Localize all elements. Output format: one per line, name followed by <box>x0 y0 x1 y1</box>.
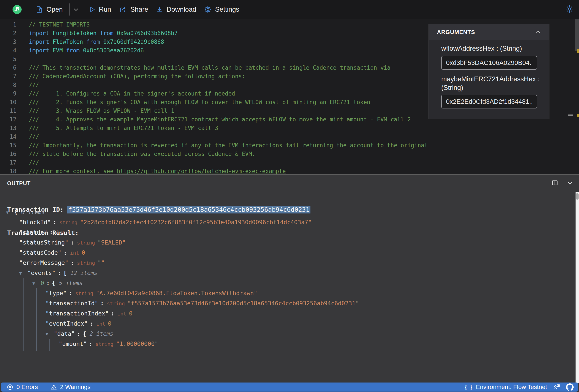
share-button[interactable]: Share <box>119 6 148 13</box>
json-leaf-row: "errorMessage":string"" <box>19 258 574 268</box>
code-token: import <box>29 47 53 54</box>
toolbar-separator <box>69 3 70 15</box>
arguments-body: wflowAddressHex : (String) maybeMintERC7… <box>429 40 549 109</box>
code-line[interactable]: 17/// <box>0 158 579 167</box>
line-number: 1 <box>0 20 16 29</box>
warning-triangle-icon <box>51 384 57 391</box>
line-number: 5 <box>0 55 16 63</box>
code-token: FungibleToken <box>53 30 97 36</box>
gear-icon <box>204 6 212 13</box>
code-token: EVM <box>53 47 63 54</box>
collapse-triangle-icon[interactable]: ▼ <box>32 278 41 288</box>
json-leaf-row: "transactionIndex":int0 <box>46 308 574 319</box>
json-leaf-row: "transactionId":string"f557a1573b76aa53e… <box>46 298 574 308</box>
settings-button[interactable]: Settings <box>204 6 239 13</box>
code-line[interactable]: 18/// For more context, see https://gith… <box>0 167 579 175</box>
json-leaf-row: "blockId":string"2b28cbfb87da2cfec4f0232… <box>19 217 574 227</box>
line-number: 3 <box>0 38 16 46</box>
line-number: 9 <box>0 89 16 98</box>
split-view-icon[interactable] <box>551 179 559 187</box>
toolbar: Open Run Share Download <box>0 0 579 19</box>
code-line[interactable]: 15/// Importantly, the transaction is re… <box>0 141 579 150</box>
open-file-icon <box>35 6 43 13</box>
arg2-label: maybeMintERC721AddressHex : (String) <box>441 75 549 92</box>
arguments-panel: ARGUMENTS wflowAddressHex : (String) may… <box>429 24 549 119</box>
code-token: 0x7e60df042a9c0868 <box>103 39 164 45</box>
code-token: import <box>29 39 53 45</box>
code-token: /// CadenceOwnedAccount (COA), performin… <box>29 73 245 80</box>
line-number: 2 <box>0 29 16 38</box>
github-icon[interactable] <box>566 383 574 391</box>
warnings-status[interactable]: 2 Warnings <box>51 384 91 391</box>
download-label: Download <box>166 6 196 13</box>
code-token: /// 3. Wraps FLOW as WFLOW - EVM call 1 <box>29 108 174 114</box>
json-leaf-row: "statusString":string"SEALED" <box>19 237 574 248</box>
json-leaf-row: "status":int4 <box>19 227 574 237</box>
code-link[interactable]: https://github.com/onflow/batched-evm-ex… <box>117 168 286 174</box>
json-leaf-row: "eventIndex":int0 <box>46 319 574 329</box>
line-number: 8 <box>0 81 16 89</box>
code-line[interactable]: 13/// 5. Attempts to mint an ERC721 toke… <box>0 124 579 132</box>
json-leaf-row: "amount":string"1.00000000" <box>59 339 574 349</box>
code-token: /// 2. Funds the signer's COA with enoug… <box>29 99 370 106</box>
chevron-down-icon <box>72 6 80 13</box>
arg1-label: wflowAddressHex : (String) <box>441 44 549 53</box>
code-token: from <box>83 39 103 45</box>
code-token: /// <box>29 133 39 140</box>
play-icon <box>88 6 96 13</box>
collapse-triangle-icon[interactable]: ▼ <box>6 207 14 218</box>
collapse-triangle-icon[interactable]: ▼ <box>19 268 27 278</box>
code-line[interactable]: 16/// state before the transaction was e… <box>0 150 579 158</box>
output-scrollbar-thumb[interactable] <box>576 193 579 200</box>
line-number: 6 <box>0 63 16 72</box>
output-scrollbar-track[interactable] <box>576 192 579 383</box>
json-result-tree: ▼{6 items"blockId":string"2b28cbfb87da2c… <box>0 207 574 351</box>
sun-icon <box>565 5 574 13</box>
collapse-triangle-icon[interactable]: ▼ <box>46 329 54 339</box>
editor-scrollbar-thumb[interactable] <box>575 19 579 51</box>
code-token: FlowToken <box>53 39 83 45</box>
arguments-header[interactable]: ARGUMENTS <box>429 24 549 40</box>
share-label: Share <box>130 6 148 13</box>
line-number: 7 <box>0 72 16 81</box>
output-title: OUTPUT <box>7 180 31 186</box>
arg1-input[interactable] <box>441 56 537 70</box>
feedback-icon[interactable] <box>553 383 560 391</box>
line-number: 12 <box>0 115 16 124</box>
line-number: 15 <box>0 141 16 150</box>
run-button[interactable]: Run <box>88 6 111 13</box>
errors-status[interactable]: 0 Errors <box>7 384 38 391</box>
json-node-row[interactable]: ▼"data":{2 items <box>46 329 574 339</box>
settings-label: Settings <box>215 6 239 13</box>
open-label: Open <box>46 6 63 13</box>
code-token: /// 1. Configures a COA in the signer's … <box>29 90 235 97</box>
json-node-row[interactable]: ▼"events":[12 items <box>19 268 574 278</box>
open-dropdown-chevron[interactable] <box>72 6 80 13</box>
code-token: /// state before the transaction was exe… <box>29 151 255 157</box>
share-icon <box>119 6 127 13</box>
code-token: 0x9a0766d93b6608b7 <box>117 30 178 36</box>
collapse-output-chevron-icon[interactable] <box>566 179 574 187</box>
line-number: 17 <box>0 158 16 167</box>
json-node-row[interactable]: ▼{6 items <box>6 207 574 217</box>
code-line[interactable]: 14/// <box>0 132 579 141</box>
code-token: 0x8c5303eaa26202d6 <box>83 47 144 54</box>
chevron-up-icon[interactable] <box>534 28 542 36</box>
code-token: /// <box>29 159 39 166</box>
open-button[interactable]: Open <box>35 6 63 13</box>
download-button[interactable]: Download <box>156 6 196 13</box>
json-node-row[interactable]: ▼0:{5 items <box>32 278 574 288</box>
environment-status[interactable]: { } Environment: Flow Testnet <box>465 384 547 391</box>
json-leaf-row: "from":string"0xfd3b4cd50d44e6ed" <box>59 349 574 351</box>
line-number: 10 <box>0 98 16 107</box>
code-token: from <box>63 47 83 54</box>
flow-logo-icon[interactable] <box>12 5 22 14</box>
line-number: 13 <box>0 124 16 132</box>
warning-annotation-mark <box>577 114 579 117</box>
arg2-input[interactable] <box>441 95 537 109</box>
line-number: 16 <box>0 150 16 158</box>
theme-toggle-button[interactable] <box>565 5 574 14</box>
run-label: Run <box>99 6 111 13</box>
json-leaf-row: "type":string"A.7e60df042a9c0868.FlowTok… <box>46 288 574 298</box>
warnings-label: 2 Warnings <box>60 384 91 391</box>
